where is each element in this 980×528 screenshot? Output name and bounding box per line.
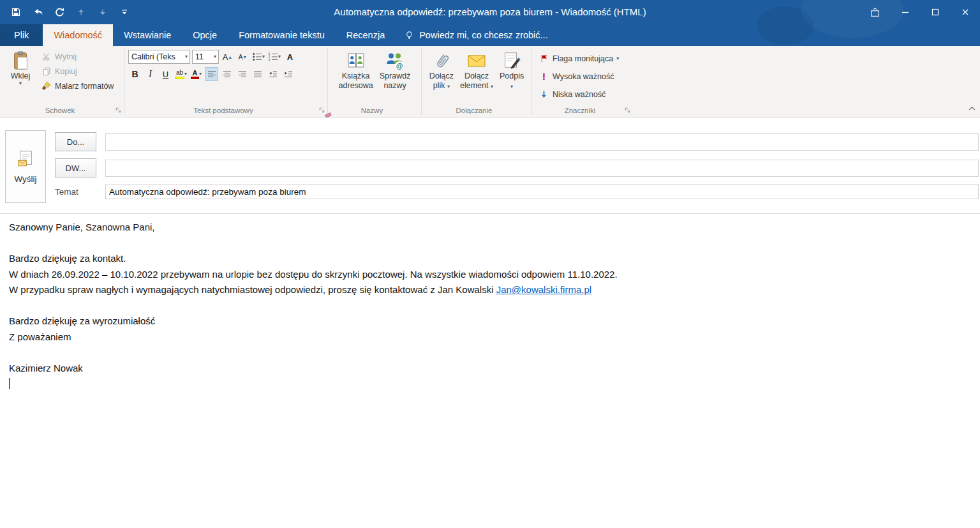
copy-icon [42,67,51,76]
numbering-icon: 123 [268,52,278,62]
cut-button[interactable]: Wytnij [38,49,116,64]
subject-input[interactable] [105,184,979,199]
window-title: Automatyczna odpowiedź: przebywam poza b… [0,0,980,24]
ribbon-display-options-icon [870,7,880,18]
scissors-icon [42,52,51,61]
attach-item-button[interactable]: Dołącz element ▾ [457,47,496,91]
numbering-button[interactable]: 123 ▾ [267,50,281,64]
clear-formatting-button[interactable]: A [283,50,297,64]
increase-indent-icon [283,69,293,79]
flag-icon [540,54,549,63]
attach-file-label-1: Dołącz [429,72,454,81]
increase-indent-button[interactable] [281,67,295,81]
follow-up-label: Flaga monitująca [553,54,613,63]
tab-insert[interactable]: Wstawianie [113,24,182,46]
font-color-caret: ▾ [199,72,202,77]
font-size-select[interactable]: 11 ▾ [192,50,219,64]
move-down-button[interactable] [92,0,114,24]
to-input[interactable] [105,133,979,151]
bullets-button[interactable]: ▾ [251,50,265,64]
underline-button[interactable]: U [159,67,172,81]
body-regards: Z poważaniem [9,329,970,345]
tell-me-box[interactable]: Powiedz mi, co chcesz zrobić... [396,24,556,46]
attach-file-button[interactable]: Dołącz plik ▾ [426,47,457,91]
send-button[interactable]: Wyślij [5,130,46,203]
dialog-launcher-icon [318,107,325,114]
shrink-font-button[interactable]: A▼ [236,50,249,64]
message-body[interactable]: Szanowny Panie, Szanowna Pani, Bardzo dz… [0,213,980,528]
group-basic-text: Calibri (Teks ▾ 11 ▾ A▲ A▼ [124,46,327,117]
customize-quick-access-button[interactable] [114,0,135,24]
blank-line [9,298,970,314]
move-up-button[interactable] [70,0,92,24]
format-painter-icon [41,81,51,91]
copy-button[interactable]: Kopiuj [38,64,116,79]
cursor-line [9,376,970,392]
tab-file[interactable]: Plik [0,24,43,46]
group-include: Dołącz plik ▾ Dołącz element ▾ Podpis ▾ [422,46,531,117]
format-painter-label: Malarz formatów [55,82,114,91]
italic-button[interactable]: I [144,67,157,81]
follow-up-flag-button[interactable]: Flaga monitująca ▾ [536,51,621,66]
low-importance-button[interactable]: Niska ważność [536,87,621,102]
attach-item-label-2: element ▾ [460,81,493,91]
ribbon-display-options-button[interactable] [860,0,890,24]
paste-button[interactable]: Wklej ▾ [4,47,37,86]
subject-label: Temat [55,187,96,197]
minimize-button[interactable] [890,0,920,24]
maximize-button[interactable] [920,0,950,24]
undo-button[interactable] [27,0,48,24]
font-size-value: 11 [195,52,204,61]
decrease-indent-button[interactable] [266,67,279,81]
signature-button[interactable]: Podpis ▾ [496,47,527,91]
cc-input[interactable] [105,160,979,177]
close-icon [961,8,970,17]
outlook-message-window: Automatyczna odpowiedź: przebywam poza b… [0,0,980,528]
grow-font-button[interactable]: A▲ [221,50,234,64]
maximize-icon [931,8,940,17]
check-names-button[interactable]: @ Sprawdź nazwy [376,47,414,91]
dialog-launcher-icon [115,107,122,114]
collapse-ribbon-button[interactable] [968,105,976,113]
align-left-button[interactable] [205,67,218,81]
font-name-select[interactable]: Calibri (Teks ▾ [128,50,190,64]
body-signature: Kazimierz Nowak [9,361,970,377]
format-painter-button[interactable]: Malarz formatów [38,79,116,93]
low-importance-label: Niska ważność [553,90,605,99]
svg-text:@: @ [396,62,403,70]
redo-button[interactable] [48,0,70,24]
to-button[interactable]: Do... [55,132,96,151]
paste-dropdown-caret[interactable]: ▾ [19,81,22,86]
tab-format-text[interactable]: Formatowanie tekstu [228,24,336,46]
highlight-button[interactable]: ab ▾ [174,67,188,81]
tab-review[interactable]: Recenzja [336,24,396,46]
email-link[interactable]: Jan@kowalski.firma.pl [496,284,591,295]
signature-label: Podpis [500,72,524,81]
close-button[interactable] [950,0,980,24]
minimize-icon [901,8,910,17]
address-book-icon [346,50,366,71]
align-left-icon [207,69,217,79]
bold-button[interactable]: B [128,67,142,81]
font-size-caret: ▾ [214,54,216,59]
cc-button[interactable]: DW... [55,158,96,177]
tags-dialog-launcher[interactable] [623,105,632,114]
address-book-button[interactable]: Książka adresowa [336,47,376,91]
high-importance-button[interactable]: ! Wysoka ważność [536,69,621,84]
check-names-label-1: Sprawdź [380,72,411,81]
tab-message[interactable]: Wiadomość [43,24,113,46]
clipboard-dialog-launcher[interactable] [114,105,122,114]
font-name-caret: ▾ [185,54,188,59]
paperclip-icon [433,50,450,71]
align-center-button[interactable] [220,67,234,81]
font-color-button[interactable]: A ▾ [189,67,203,81]
envelope-icon [466,50,487,71]
align-right-button[interactable] [235,67,249,81]
basic-text-dialog-launcher[interactable] [317,105,326,114]
attach-item-label-1: Dołącz [464,72,489,81]
save-button[interactable] [5,0,27,24]
tab-options[interactable]: Opcje [182,24,228,46]
redo-icon [54,7,65,18]
justify-button[interactable] [251,67,264,81]
bullets-caret: ▾ [262,54,265,59]
